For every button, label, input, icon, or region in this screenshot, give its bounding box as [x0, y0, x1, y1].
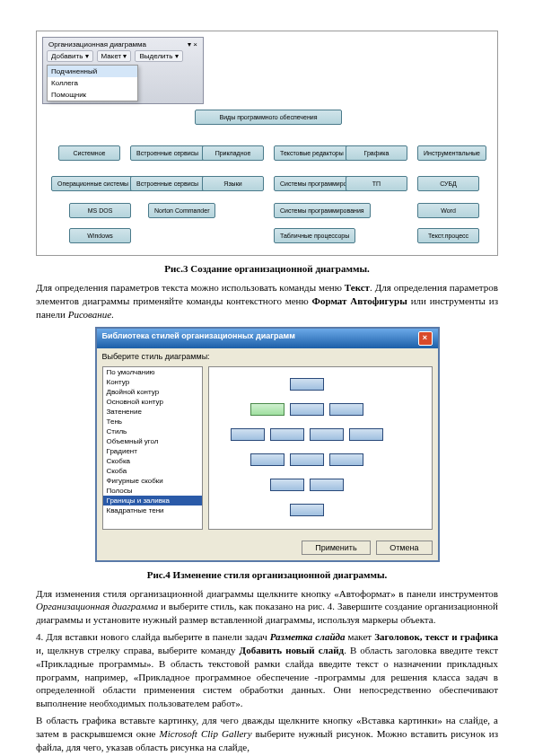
close-icon[interactable]: ▾ ×	[188, 40, 197, 48]
style-prompt: Выберите стиль диаграммы:	[97, 348, 438, 361]
style-preview	[208, 366, 433, 530]
style-list-item[interactable]: Тень	[103, 417, 202, 426]
window-title: Библиотека стилей организационных диагра…	[102, 331, 295, 346]
figure-3-frame: Организационная диаграмма ▾ × Добавить ▾…	[36, 31, 498, 256]
select-button[interactable]: Выделить ▾	[135, 50, 182, 62]
layout-button[interactable]: Макет ▾	[97, 50, 132, 62]
close-icon[interactable]: ×	[418, 331, 433, 346]
style-list-item[interactable]: Затенение	[103, 407, 202, 417]
style-list-item[interactable]: Объемный угол	[103, 436, 202, 446]
org-node-root[interactable]: Виды программного обеспечения	[195, 110, 342, 125]
org-node[interactable]: Инструментальные	[417, 145, 486, 161]
figure-3-caption: Рис.3 Создание организационной диаграммы…	[36, 263, 498, 274]
dropdown-item[interactable]: Подчиненный	[48, 66, 137, 77]
style-listbox[interactable]: По умолчаниюКонтурДвойной контурОсновной…	[102, 366, 203, 530]
style-list-item[interactable]: Фигурные скобки	[103, 476, 202, 486]
insert-dropdown: Подчиненный Коллега Помощник	[47, 65, 138, 101]
org-node[interactable]: Norton Commander	[148, 203, 215, 218]
org-node[interactable]: Текст.процесс	[417, 228, 479, 243]
toolbar-title: Организационная диаграмма	[48, 40, 146, 48]
style-list-item[interactable]: Полосы	[103, 486, 202, 496]
paragraph-1: Для определения параметров текста можно …	[36, 281, 498, 321]
org-diagram-toolbar: Организационная диаграмма ▾ × Добавить ▾…	[42, 37, 204, 104]
org-node[interactable]: MS DOS	[69, 203, 131, 218]
org-node[interactable]: Операционные системы	[51, 176, 135, 191]
paragraph-3: 4. Для вставки нового слайда выберите в …	[36, 630, 498, 710]
org-node[interactable]: Системы программирования	[274, 203, 371, 218]
org-node[interactable]: ТП	[346, 176, 407, 191]
org-node[interactable]: СУБД	[417, 176, 479, 191]
org-node[interactable]: Windows	[69, 228, 131, 243]
style-list-item[interactable]: По умолчанию	[103, 367, 202, 377]
style-list-item[interactable]: Квадратные тени	[103, 505, 202, 515]
org-chart-canvas: Виды программного обеспечения Системное …	[42, 106, 492, 250]
org-node[interactable]: Прикладное	[202, 145, 264, 161]
org-node[interactable]: Встроенные сервисы	[130, 145, 205, 161]
apply-button[interactable]: Применить	[302, 541, 371, 555]
dropdown-item[interactable]: Помощник	[48, 89, 137, 101]
org-node[interactable]: Текстовые редакторы	[274, 145, 350, 161]
org-node[interactable]: Системное	[58, 145, 120, 161]
dropdown-item[interactable]: Коллега	[48, 77, 137, 89]
org-node[interactable]: Графика	[346, 145, 407, 161]
style-list-item[interactable]: Скоба	[103, 466, 202, 476]
org-node[interactable]: Табличные процессоры	[274, 228, 355, 243]
style-list-item[interactable]: Скобка	[103, 456, 202, 466]
style-list-item[interactable]: Двойной контур	[103, 387, 202, 397]
org-node[interactable]: Языки	[202, 176, 264, 191]
cancel-button[interactable]: Отмена	[376, 541, 432, 555]
style-list-item[interactable]: Градиент	[103, 446, 202, 456]
insert-button[interactable]: Добавить ▾	[47, 50, 93, 62]
org-node[interactable]: Встроенные сервисы	[130, 176, 205, 191]
style-list-item[interactable]: Стиль	[103, 426, 202, 436]
style-list-item[interactable]: Контур	[103, 377, 202, 387]
style-list-item[interactable]: Основной контур	[103, 397, 202, 407]
paragraph-4: В область графика вставьте картинку, для…	[36, 714, 498, 754]
style-list-item[interactable]: Границы и заливка	[103, 496, 202, 505]
style-library-window: Библиотека стилей организационных диагра…	[95, 327, 440, 562]
figure-4-caption: Рис.4 Изменение стиля организационной ди…	[36, 569, 498, 580]
org-node[interactable]: Word	[417, 203, 479, 218]
paragraph-2: Для изменения стиля организационной диаг…	[36, 587, 498, 628]
